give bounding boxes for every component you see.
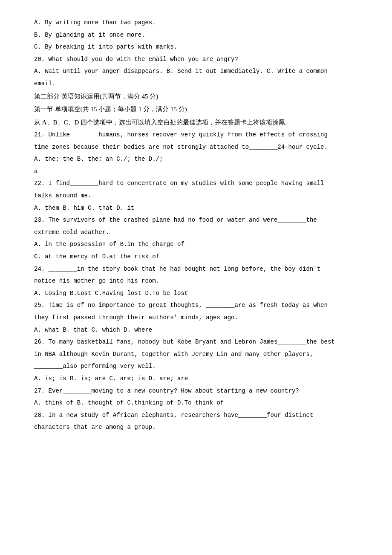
main-content: A. By writing more than two pages. B. By… (34, 17, 358, 433)
q26-line3: ________also performing very well. (34, 361, 358, 372)
q26-line2: in NBA although Kevin Durant, together w… (34, 349, 358, 360)
line3: C. By breaking it into parts with marks. (34, 41, 358, 53)
q23-options2: C. at the mercy of D.at the risk of (34, 251, 358, 263)
q27-line1: 27. Ever________moving to a new country?… (34, 385, 358, 397)
q22-line2: talks around me. (34, 190, 358, 202)
q25-options: A. what B. that C. which D. where (34, 324, 358, 336)
q26-line1: 26. To many basketball fans, nobody but … (34, 336, 358, 348)
instruction: 从 A、B、C、D 四个选项中，选出可以填入空白处的最佳选项，并在答题卡上将该项… (34, 116, 358, 129)
q22-options: A. them B. him C. that D. it (34, 202, 358, 214)
q27-options: A. think of B. thought of C.thinking of … (34, 397, 358, 409)
q21-line2: time zones because their bodies are not … (34, 142, 358, 153)
q28-line1: 28. In a new study of African elephants,… (34, 410, 358, 421)
q25-line1: 25. Time is of no importance to great th… (34, 300, 358, 311)
q20: 20. What should you do with the email wh… (34, 54, 358, 65)
q26-options: A. is; is B. is; are C. are; is D. are; … (34, 373, 358, 384)
q20-options-a: A. Wait until your anger disappears. B. … (34, 66, 358, 77)
q28-line2: characters that are among a group. (34, 422, 358, 433)
q24-options: A. Losing B.Lost C.Having lost D.To be l… (34, 288, 358, 299)
q25-line2: they first passed through their authors'… (34, 312, 358, 324)
q23-line1: 23. The survivors of the crashed plane h… (34, 214, 358, 226)
q21-line1: 21. Unlike________humans, horses recover… (34, 129, 358, 141)
line2: B. By glancing at it once more. (34, 29, 358, 41)
q24-line1: 24. ________in the story book that he ha… (34, 263, 358, 275)
q22-line1: 22. I find________hard to concentrate on… (34, 178, 358, 189)
q21-options-cont: a (34, 166, 358, 177)
section-header: 第二部分 英语知识运用(共两节，满分 45 分) (34, 90, 358, 103)
q21-options: A. the; the B. the; an C./; the D./; (34, 153, 358, 165)
q24-line2: notice his mother go into his room. (34, 275, 358, 287)
q23-options1: A. in the possession of B.in the charge … (34, 239, 358, 250)
q20-options-cont: email. (34, 78, 358, 90)
line1: A. By writing more than two pages. (34, 17, 358, 29)
q23-line2: extreme cold weather. (34, 227, 358, 238)
subsection-header: 第一节 单项填空(共 15 小题；每小题 1 分，满分 15 分) (34, 103, 358, 116)
